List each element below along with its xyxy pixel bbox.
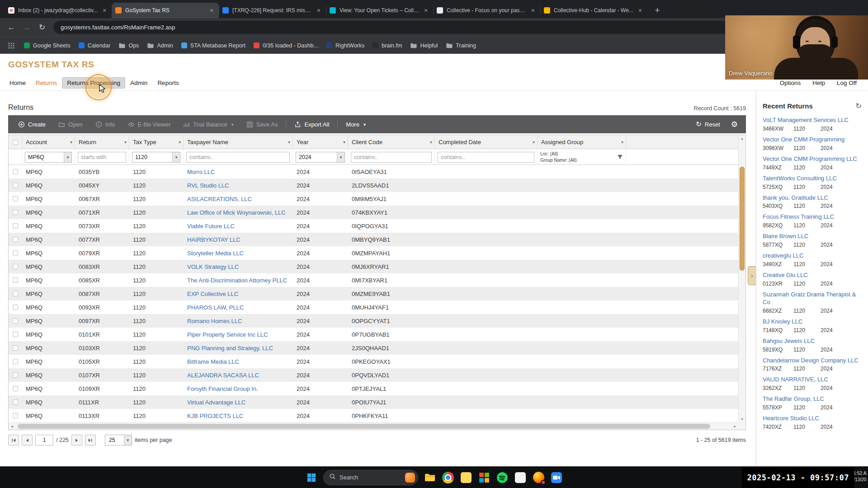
taxpayer-name-link[interactable]: PHAROS LAW, PLLC <box>187 304 244 311</box>
tab-close-icon[interactable]: × <box>529 7 537 14</box>
column-header-year[interactable]: Year▾ <box>293 135 348 149</box>
taxpayer-name-link[interactable]: Bitframe Media LLC <box>187 358 239 365</box>
column-menu-icon[interactable]: ▾ <box>288 140 290 145</box>
column-menu-icon[interactable]: ▾ <box>124 140 127 145</box>
bookmark-helpful[interactable]: Helpful <box>406 40 442 52</box>
sticky-notes-icon[interactable] <box>457 469 475 487</box>
table-row[interactable]: MP6Q0083XR1120VOLK Strategy LLC20240MJ6X… <box>9 260 738 273</box>
column-header-return[interactable]: Return▾ <box>75 135 129 149</box>
taxpayer-name-link[interactable]: Law Office of Mick Woynarowski, LLC <box>187 209 286 216</box>
taxpayer-name-link[interactable]: Forsyth Financial Group In. <box>187 385 258 392</box>
column-menu-icon[interactable]: ▾ <box>430 140 432 145</box>
row-checkbox[interactable] <box>13 237 18 242</box>
vertical-scrollbar-thumb[interactable] <box>740 167 745 271</box>
row-checkbox[interactable] <box>13 345 18 351</box>
row-checkbox[interactable] <box>13 210 18 215</box>
recent-return-link[interactable]: Vector One CMM Programming LLC <box>763 155 863 163</box>
taxpayer-name-link[interactable]: Romano Homes LLC <box>187 318 242 324</box>
taxpayer-name-link[interactable]: ASILACREATIONS, LLC <box>187 196 252 202</box>
horizontal-scrollbar[interactable]: ◄ ► <box>9 422 738 430</box>
browser-tab[interactable]: Collective - Focus on your pass...× <box>433 3 540 18</box>
table-row[interactable]: MP6Q0107XR1120ALEJANDRA SACASA LLC20240P… <box>9 368 738 382</box>
column-menu-icon[interactable]: ▾ <box>533 140 535 145</box>
tab-close-icon[interactable]: × <box>637 7 644 14</box>
row-checkbox[interactable] <box>13 250 18 256</box>
table-row[interactable]: MP6Q0101XR1120Piper Property Service Inc… <box>9 328 738 341</box>
row-checkbox[interactable] <box>13 291 18 296</box>
apps-grid-icon[interactable] <box>5 40 17 52</box>
file-explorer-icon[interactable] <box>421 469 439 487</box>
taxpayer-name-link[interactable]: Virtual Advantage LLC <box>187 399 245 406</box>
table-row[interactable]: MP6Q0111XR1120Virtual Advantage LLC20240… <box>9 395 738 409</box>
year-filter-select[interactable]: 2024▾ <box>296 152 345 163</box>
firefox-icon[interactable] <box>529 469 547 487</box>
taxpayer-name-filter-input[interactable] <box>186 152 290 163</box>
recent-return-link[interactable]: thank you, Gratitude LLC <box>763 194 863 202</box>
reset-button[interactable]: ↻ Reset <box>689 120 726 128</box>
browser-tab[interactable]: View: Your Open Tickets – Colle...× <box>326 3 433 18</box>
row-checkbox[interactable] <box>13 169 18 174</box>
bookmark-rightworks[interactable]: RightWorks <box>322 40 368 52</box>
chrome-icon[interactable] <box>439 469 457 487</box>
browser-tab[interactable]: GoSystem Tax RS× <box>112 3 219 18</box>
forward-button[interactable]: → <box>20 21 33 34</box>
recent-return-link[interactable]: Suzannah Gratz Drama Therapist & Co <box>763 291 863 306</box>
scroll-up-icon[interactable]: ▲ <box>739 135 745 142</box>
taxpayer-name-link[interactable]: VOLK Strategy LLC <box>187 263 239 270</box>
menu-item-home[interactable]: Home <box>5 77 31 89</box>
more-button[interactable]: More▾ <box>340 115 372 133</box>
microsoft-store-icon[interactable] <box>475 469 493 487</box>
table-row[interactable]: MP6Q0073XR1120Viable Future LLC20240IQPO… <box>9 219 738 233</box>
table-row[interactable]: MP6Q0093XR1120PHAROS LAW, PLLC20240MUHJ4… <box>9 300 738 314</box>
table-row[interactable]: MP6Q0045XY1120RVL Studio LLC20242LDVS5AA… <box>9 178 738 192</box>
recent-return-link[interactable]: Heartcore Studio LLC <box>763 415 863 422</box>
taxpayer-name-link[interactable]: RVL Studio LLC <box>187 182 229 189</box>
tab-close-icon[interactable]: × <box>315 7 322 14</box>
refresh-icon[interactable]: ↻ <box>856 102 862 110</box>
row-checkbox[interactable] <box>13 183 18 188</box>
vertical-scrollbar[interactable]: ▲ ▼ <box>738 135 745 422</box>
page-number-input[interactable] <box>35 435 53 446</box>
bookmark-google-sheets[interactable]: Google Sheets <box>20 40 75 52</box>
gear-icon[interactable]: ⚙ <box>726 120 742 129</box>
row-checkbox[interactable] <box>13 277 18 283</box>
select-all-checkbox[interactable] <box>13 140 18 145</box>
bookmark-ops[interactable]: Ops <box>114 40 143 52</box>
taxpayer-name-link[interactable]: Morro LLC <box>187 169 215 175</box>
export-all-button[interactable]: Export All <box>288 115 335 133</box>
next-page-button[interactable] <box>71 435 82 446</box>
taskbar-search[interactable]: Search <box>323 470 418 485</box>
search-highlight-app-icon[interactable] <box>405 473 415 483</box>
scroll-down-icon[interactable]: ▼ <box>739 416 745 422</box>
recent-return-link[interactable]: VALID NARRATIVE, LLC <box>763 376 863 384</box>
taxpayer-name-link[interactable]: Storyteller Media LLC <box>187 250 244 257</box>
taxpayer-name-link[interactable]: KJB PROJECTS LLC <box>187 413 243 419</box>
recent-return-link[interactable]: BJ Knisley LLC <box>763 318 863 326</box>
recent-return-link[interactable]: creativeglu LLC <box>763 252 863 260</box>
table-row[interactable]: MP6Q0085XR1120The Anti-Discrimination At… <box>9 273 738 287</box>
horizontal-scrollbar-thumb[interactable] <box>18 424 710 429</box>
row-checkbox[interactable] <box>13 332 18 337</box>
tab-close-icon[interactable]: × <box>101 7 108 14</box>
menu-item-returns[interactable]: Returns <box>31 77 62 89</box>
row-checkbox[interactable] <box>13 196 18 202</box>
menu-item-admin[interactable]: Admin <box>125 77 152 89</box>
taxpayer-name-link[interactable]: The Anti-Discrimination Attorney PLLC <box>187 277 287 284</box>
recent-return-link[interactable]: Focus Fitness Training LLC <box>763 213 863 221</box>
row-checkbox[interactable] <box>13 264 18 269</box>
row-checkbox[interactable] <box>13 413 18 418</box>
bookmark-admin[interactable]: Admin <box>143 40 177 52</box>
browser-tab[interactable]: [TXRQ-226] Request: IRS missi...× <box>219 3 326 18</box>
recent-return-link[interactable]: Bahgsu Jewels LLC <box>763 338 863 345</box>
sidebar-collapse-handle[interactable]: › <box>748 266 756 285</box>
column-header-taxpayer-name[interactable]: Taxpayer Name▾ <box>184 135 293 149</box>
recent-return-link[interactable]: The Radfar Group, LLC <box>763 395 863 403</box>
account-filter-select[interactable]: MP6Q▾ <box>25 152 72 163</box>
table-row[interactable]: MP6Q0103XR1120PNG Planning and Strategy,… <box>9 341 738 355</box>
table-row[interactable]: MP6Q0109XR1120Forsyth Financial Group In… <box>9 382 738 395</box>
column-header-tax-type[interactable]: Tax Type▾ <box>129 135 184 149</box>
taxpayer-name-link[interactable]: Viable Future LLC <box>187 223 235 230</box>
spotify-icon[interactable] <box>493 469 511 487</box>
first-page-button[interactable] <box>8 435 19 446</box>
create-button[interactable]: Create <box>12 115 52 133</box>
